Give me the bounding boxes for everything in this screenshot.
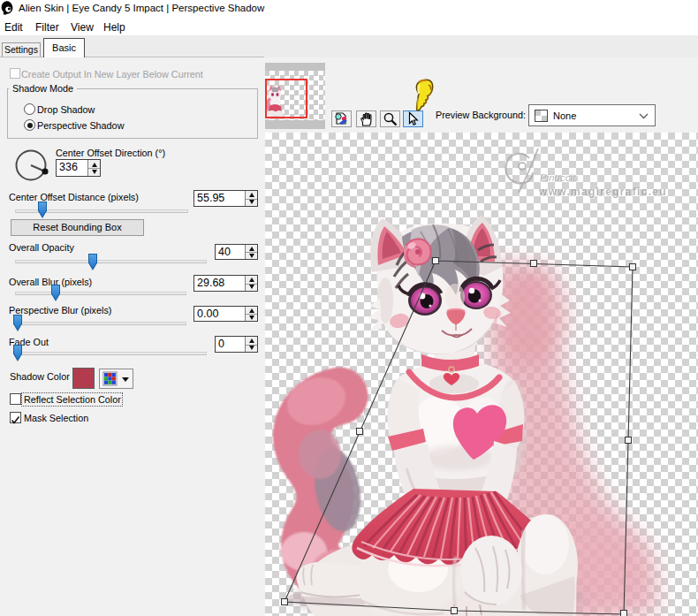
svg-text:Pinuccia: Pinuccia bbox=[540, 172, 578, 183]
svg-text:www.magiregrafic.eu: www.magiregrafic.eu bbox=[538, 186, 667, 198]
